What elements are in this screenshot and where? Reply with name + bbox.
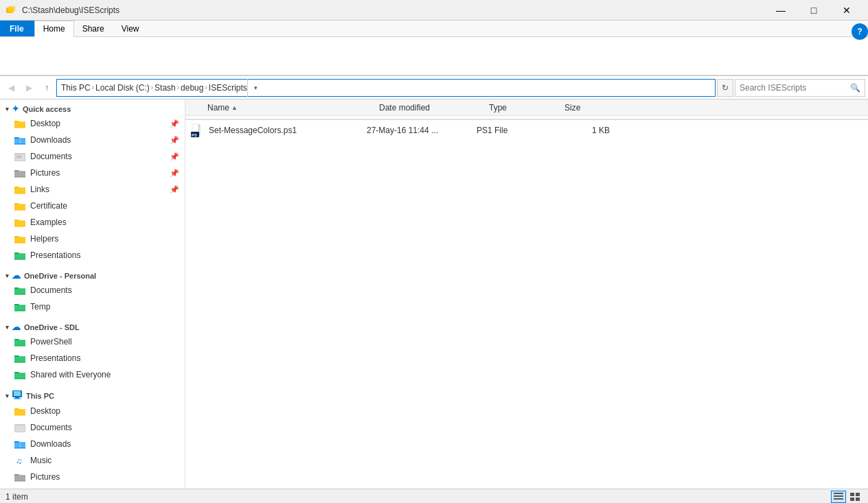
svg-rect-30 bbox=[850, 493, 854, 496]
onedrive-personal-header[interactable]: ▾ ☁ OneDrive - Personal bbox=[0, 269, 185, 282]
quick-access-star-icon: ✦ bbox=[12, 104, 19, 114]
documents-qa-label: Documents bbox=[30, 152, 72, 161]
sidebar-item-desktop-pc[interactable]: Desktop bbox=[0, 403, 185, 419]
sidebar-item-presentations-od[interactable]: Presentations bbox=[0, 350, 185, 366]
sidebar-item-presentations-qa[interactable]: Presentations bbox=[0, 247, 185, 264]
file-type-label: PS1 File bbox=[477, 126, 552, 135]
desktop-pc-icon bbox=[14, 405, 26, 417]
pin-icon-documents: 📌 bbox=[170, 152, 179, 161]
detail-view-button[interactable] bbox=[831, 491, 846, 503]
svg-rect-32 bbox=[850, 498, 854, 501]
address-dropdown-button[interactable]: ▾ bbox=[247, 79, 264, 97]
breadcrumb: This PC › Local Disk (C:) › Stash › debu… bbox=[61, 83, 247, 93]
downloads-qa-label: Downloads bbox=[30, 135, 71, 145]
address-bar: ◀ ▶ ↑ This PC › Local Disk (C:) › Stash … bbox=[0, 76, 868, 100]
pictures-folder-icon bbox=[14, 167, 26, 179]
documents-pc-label: Documents bbox=[30, 423, 72, 432]
music-pc-label: Music bbox=[30, 456, 52, 465]
column-header-date[interactable]: Date modified bbox=[376, 103, 486, 113]
tab-home[interactable]: Home bbox=[34, 21, 74, 37]
help-button[interactable]: ? bbox=[852, 23, 868, 40]
title-bar: C:\Stash\debug\ISEScripts — □ ✕ bbox=[0, 0, 868, 21]
svg-text:↓: ↓ bbox=[19, 138, 21, 144]
this-pc-header[interactable]: ▾ This PC bbox=[0, 388, 185, 403]
sidebar-item-documents-pc[interactable]: Documents bbox=[0, 419, 185, 436]
tab-share[interactable]: Share bbox=[74, 21, 113, 36]
quick-access-header[interactable]: ▾ ✦ Quick access bbox=[0, 102, 185, 115]
links-folder-icon bbox=[14, 183, 26, 196]
presentations-qa-folder-icon bbox=[14, 249, 26, 261]
sidebar-item-pictures-pc[interactable]: Pictures bbox=[0, 469, 185, 485]
sidebar-section-onedrive-sdl: ▾ ☁ OneDrive - SDL PowerShell Presentati… bbox=[0, 318, 185, 386]
sidebar-item-powershell-od[interactable]: PowerShell bbox=[0, 334, 185, 350]
pictures-pc-icon bbox=[14, 471, 26, 483]
sidebar-item-pictures-qa[interactable]: Pictures 📌 bbox=[0, 165, 185, 181]
breadcrumb-isescripts[interactable]: ISEScripts bbox=[209, 83, 247, 93]
onedrive-sdl-icon: ☁ bbox=[12, 322, 21, 332]
music-pc-icon: ♫ bbox=[14, 454, 26, 467]
sidebar-item-links-qa[interactable]: Links 📌 bbox=[0, 181, 185, 198]
sidebar-item-downloads-qa[interactable]: ↓ Downloads 📌 bbox=[0, 132, 185, 148]
breadcrumb-local-disk[interactable]: Local Disk (C:) bbox=[95, 83, 150, 93]
breadcrumb-this-pc[interactable]: This PC bbox=[61, 83, 91, 93]
close-button[interactable]: ✕ bbox=[831, 0, 863, 21]
sidebar-item-downloads-pc[interactable]: ↓ Downloads bbox=[0, 436, 185, 452]
sidebar-item-desktop-qa[interactable]: Desktop 📌 bbox=[0, 115, 185, 132]
content-header: Name ▲ Date modified Type Size bbox=[185, 100, 868, 116]
sidebar-item-helpers-qa[interactable]: Helpers bbox=[0, 231, 185, 247]
maximize-button[interactable]: □ bbox=[798, 0, 830, 21]
documents-pc-icon bbox=[14, 421, 26, 434]
back-button[interactable]: ◀ bbox=[3, 80, 19, 96]
column-header-size[interactable]: Size bbox=[562, 103, 630, 113]
this-pc-icon bbox=[12, 390, 23, 401]
pin-icon-downloads: 📌 bbox=[170, 136, 179, 145]
breadcrumb-stash[interactable]: Stash bbox=[155, 83, 176, 93]
table-row[interactable]: PS Set-MessageColors.ps1 27-May-16 11:44… bbox=[185, 121, 868, 139]
up-button[interactable]: ↑ bbox=[38, 80, 55, 96]
minimize-button[interactable]: — bbox=[765, 0, 797, 21]
svg-rect-31 bbox=[856, 493, 860, 496]
sort-arrow-name: ▲ bbox=[231, 104, 238, 111]
this-pc-label: This PC bbox=[26, 392, 54, 400]
window-icon bbox=[5, 5, 16, 16]
sidebar-item-videos-pc[interactable]: Videos bbox=[0, 485, 185, 489]
tile-view-button[interactable] bbox=[847, 491, 863, 503]
onedrive-sdl-chevron: ▾ bbox=[5, 324, 9, 331]
pin-icon: 📌 bbox=[170, 119, 179, 128]
documents-od-icon bbox=[14, 284, 26, 296]
column-header-type[interactable]: Type bbox=[486, 103, 562, 113]
powershell-od-label: PowerShell bbox=[30, 337, 72, 347]
file-size-label: 1 KB bbox=[552, 126, 621, 135]
svg-text:↓: ↓ bbox=[19, 442, 21, 448]
search-input[interactable] bbox=[740, 83, 850, 93]
tab-view[interactable]: View bbox=[113, 21, 148, 36]
forward-button[interactable]: ▶ bbox=[21, 80, 37, 96]
svg-rect-27 bbox=[834, 493, 843, 494]
sidebar-item-music-pc[interactable]: ♫ Music bbox=[0, 452, 185, 469]
search-box[interactable]: 🔍 bbox=[735, 79, 865, 97]
sidebar-item-documents-qa[interactable]: Documents 📌 bbox=[0, 148, 185, 165]
file-list: PS Set-MessageColors.ps1 27-May-16 11:44… bbox=[185, 116, 868, 489]
sidebar-item-shared-od[interactable]: Shared with Everyone bbox=[0, 366, 185, 383]
tab-file[interactable]: File bbox=[0, 21, 34, 36]
sidebar: ▾ ✦ Quick access Desktop 📌 ↓ Downloads 📌 bbox=[0, 100, 185, 489]
sidebar-item-temp-od[interactable]: Temp bbox=[0, 299, 185, 315]
title-path-text: C:\Stash\debug\ISEScripts bbox=[22, 5, 119, 15]
refresh-button[interactable]: ↻ bbox=[717, 79, 733, 97]
onedrive-sdl-header[interactable]: ▾ ☁ OneDrive - SDL bbox=[0, 320, 185, 334]
svg-rect-12 bbox=[15, 425, 25, 432]
address-path[interactable]: This PC › Local Disk (C:) › Stash › debu… bbox=[56, 79, 716, 97]
item-count: 1 item bbox=[5, 492, 28, 502]
title-bar-controls: — □ ✕ bbox=[765, 0, 863, 21]
sidebar-item-certificate-qa[interactable]: Certificate bbox=[0, 198, 185, 214]
breadcrumb-debug[interactable]: debug bbox=[181, 83, 203, 93]
desktop-qa-label: Desktop bbox=[30, 119, 60, 128]
ribbon-tabs: File Home Share View ? bbox=[0, 21, 868, 37]
svg-text:PS: PS bbox=[192, 133, 197, 137]
title-bar-path: C:\Stash\debug\ISEScripts bbox=[22, 5, 765, 15]
column-header-name[interactable]: Name ▲ bbox=[205, 103, 376, 113]
documents-od-label: Documents bbox=[30, 285, 72, 295]
sidebar-item-examples-qa[interactable]: Examples bbox=[0, 214, 185, 231]
helpers-folder-icon bbox=[14, 233, 26, 245]
sidebar-item-documents-od[interactable]: Documents bbox=[0, 282, 185, 299]
